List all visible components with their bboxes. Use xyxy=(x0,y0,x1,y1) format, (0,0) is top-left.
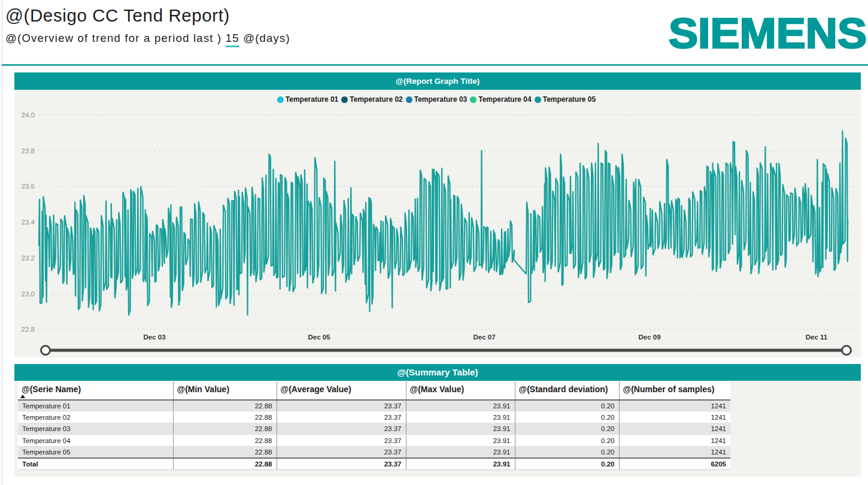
svg-text:24.0: 24.0 xyxy=(22,111,35,119)
svg-text:SIEMENS: SIEMENS xyxy=(669,12,867,51)
svg-text:23.8: 23.8 xyxy=(22,147,35,154)
svg-text:Dec 11: Dec 11 xyxy=(806,334,828,341)
svg-text:Dec 05: Dec 05 xyxy=(308,334,330,341)
svg-text:22.8: 22.8 xyxy=(22,326,35,333)
svg-text:Dec 09: Dec 09 xyxy=(638,334,660,341)
svg-text:23.4: 23.4 xyxy=(22,219,35,226)
svg-text:Dec 07: Dec 07 xyxy=(473,334,495,341)
svg-text:Dec 03: Dec 03 xyxy=(143,334,165,341)
svg-text:23.2: 23.2 xyxy=(22,254,35,262)
svg-text:23.6: 23.6 xyxy=(22,183,35,190)
svg-text:23.0: 23.0 xyxy=(22,290,35,298)
